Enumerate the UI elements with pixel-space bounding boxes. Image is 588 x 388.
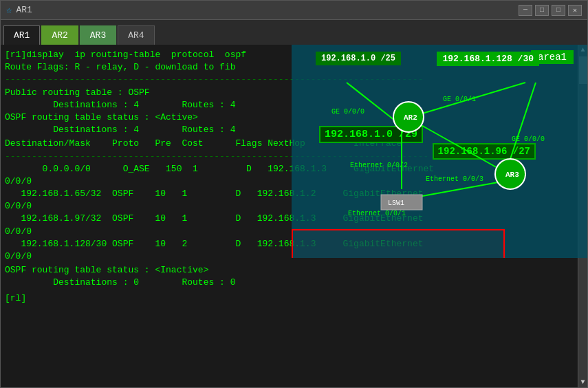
section1-ospf-dest: Destinations : 4 Routes : 4 [5, 124, 574, 136]
flags-line: Route Flags: R - relay, D - download to … [5, 61, 574, 74]
scroll-up-arrow[interactable]: ▲ [579, 45, 586, 55]
close-button[interactable]: ✕ [568, 5, 582, 16]
main-window: ☆ AR1 ─ □ □ ✕ AR1 AR2 AR3 AR4 [r1]displa… [0, 0, 588, 388]
terminal[interactable]: [r1]display ip routing-table protocol os… [1, 45, 578, 387]
table-row-4b: 0/0/0 [5, 250, 574, 263]
tab-ar3[interactable]: AR3 [80, 25, 116, 45]
table-row-2b: 0/0/0 [5, 200, 574, 213]
scroll-down-arrow[interactable]: ▼ [579, 377, 586, 387]
scrollbar-thumb[interactable] [579, 56, 587, 84]
table-row-1a: 0.0.0.0/0 O_ASE 150 1 D 192.168.1.3 Giga… [5, 163, 574, 175]
restore-button[interactable]: □ [535, 5, 549, 16]
tab-bar: AR1 AR2 AR3 AR4 [1, 20, 587, 45]
section1-dest: Destinations : 4 Routes : 4 [5, 99, 574, 111]
window-title: AR1 [16, 5, 32, 15]
table-row-4a: 192.168.1.128/30 OSPF 10 2 D 192.168.1.3… [5, 238, 574, 250]
table-row-3a: 192.168.1.97/32 OSPF 10 1 D 192.168.1.3 … [5, 213, 574, 225]
divider-line: ----------------------------------------… [5, 74, 574, 86]
title-bar: ☆ AR1 ─ □ □ ✕ [1, 1, 587, 20]
title-controls[interactable]: ─ □ □ ✕ [519, 5, 582, 16]
table-row-2a: 192.168.1.65/32 OSPF 10 1 D 192.168.1.2 … [5, 188, 574, 200]
divider2: ----------------------------------------… [5, 151, 574, 163]
main-content: [r1]display ip routing-table protocol os… [1, 45, 587, 387]
section1-ospf: OSPF routing table status : <Active> [5, 111, 574, 124]
prompt[interactable]: [rl] [5, 292, 574, 305]
title-bar-left: ☆ AR1 [6, 4, 32, 16]
maximize-button[interactable]: □ [552, 5, 565, 16]
section2-ospf: OSPF routing table status : <Inactive> [5, 264, 574, 277]
table-row-3b: 0/0/0 [5, 226, 574, 238]
minimize-button[interactable]: ─ [519, 5, 532, 16]
command-line: [r1]display ip routing-table protocol os… [5, 49, 574, 61]
section1-header: Public routing table : OSPF [5, 87, 574, 99]
scrollbar[interactable]: ▲ ▼ [578, 45, 587, 387]
tab-ar1[interactable]: AR1 [3, 25, 40, 45]
col-headers: Destination/Mask Proto Pre Cost Flags Ne… [5, 138, 574, 150]
tab-ar4[interactable]: AR4 [118, 25, 154, 45]
table-row-1b: 0/0/0 [5, 175, 574, 188]
app-icon: ☆ [6, 4, 12, 16]
tab-ar2[interactable]: AR2 [41, 25, 78, 45]
section2-dest: Destinations : 0 Routes : 0 [5, 277, 574, 289]
